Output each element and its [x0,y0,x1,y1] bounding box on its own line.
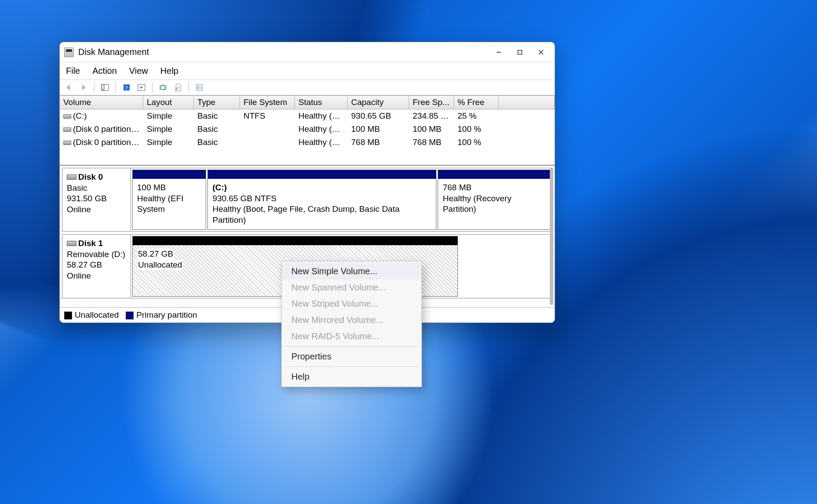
vol-layout: Simple [143,109,194,123]
ctx-new-simple-volume[interactable]: New Simple Volume... [282,263,421,279]
legend-label: Unallocated [75,310,119,319]
vol-pct: 100 % [454,123,499,136]
vol-cap: 768 MB [348,136,409,149]
disk-icon [67,174,76,180]
disk-state: Online [67,271,126,282]
disk-header[interactable]: Disk 0 Basic 931.50 GB Online [62,168,131,231]
vol-type: Basic [194,109,240,123]
svg-marker-10 [141,86,143,89]
disk-header[interactable]: Disk 1 Removable (D:) 58.27 GB Online [62,235,131,298]
close-button[interactable] [531,45,551,59]
volume-list[interactable]: Volume Layout Type File System Status Ca… [60,95,555,165]
vol-fs: NTFS [240,109,295,123]
vol-pct: 100 % [454,136,499,149]
vol-status: Healthy (B... [295,109,348,123]
col-filesystem[interactable]: File System [240,96,295,109]
ctx-new-raid5-volume: New RAID-5 Volume... [282,328,421,344]
partition-status: Healthy (EFI System [137,193,201,215]
col-type[interactable]: Type [194,96,240,109]
disk-row[interactable]: Disk 0 Basic 931.50 GB Online 100 MB Hea… [62,168,552,232]
menu-separator [285,366,418,367]
svg-point-19 [197,87,198,88]
vol-pct: 25 % [454,109,499,123]
col-freespace[interactable]: Free Sp... [409,96,454,109]
vol-name[interactable]: (Disk 0 partition 4) [60,136,143,149]
menu-file[interactable]: File [65,65,81,77]
disk-icon [63,114,71,119]
vol-free: 100 MB [409,123,454,136]
partition-size: 100 MB [137,182,201,193]
forward-icon[interactable] [77,82,90,93]
vol-layout: Simple [143,123,194,136]
properties-icon[interactable] [172,82,184,93]
back-icon[interactable] [62,82,75,93]
ctx-new-mirrored-volume: New Mirrored Volume... [282,312,421,328]
maximize-button[interactable] [510,45,530,59]
window-title: Disk Management [78,47,149,57]
show-hide-console-tree-icon[interactable] [99,82,111,93]
vol-fs [240,123,295,136]
menu-view[interactable]: View [128,65,149,77]
col-spacer [499,96,555,109]
svg-point-20 [197,88,198,89]
partition[interactable]: 768 MB Healthy (Recovery Partition) [438,170,551,230]
col-volume[interactable]: Volume [60,96,143,109]
vol-layout: Simple [143,136,194,149]
partition[interactable]: (C:) 930.65 GB NTFS Healthy (Boot, Page … [207,170,436,230]
svg-point-18 [197,86,198,87]
vol-type: Basic [194,123,240,136]
vol-type: Basic [194,136,240,149]
partition[interactable]: 100 MB Healthy (EFI System [132,170,206,230]
app-icon [64,47,74,57]
partition-title: (C:) [212,182,432,193]
ctx-help[interactable]: Help [282,369,421,385]
partition-status: Unallocated [137,260,183,271]
col-status[interactable]: Status [295,96,348,109]
vol-status: Healthy (R... [295,136,348,149]
partition-size: 58.27 GB [137,249,174,260]
settings-list-icon[interactable] [193,82,206,93]
partition-header-bar [133,236,458,245]
menu-separator [285,346,418,347]
vol-name[interactable]: (Disk 0 partition 1) [60,123,143,136]
vol-fs [240,136,295,149]
refresh-icon[interactable] [157,82,169,93]
menubar: File Action View Help [60,62,555,80]
ctx-new-spanned-volume: New Spanned Volume... [282,279,421,296]
vol-free: 768 MB [409,136,454,149]
svg-text:?: ? [125,84,128,91]
vertical-scrollbar[interactable] [550,168,553,305]
partition-size: 930.65 GB NTFS [212,193,432,204]
col-layout[interactable]: Layout [143,96,194,109]
context-menu: New Simple Volume... New Spanned Volume.… [281,261,422,387]
vol-name[interactable]: (C:) [60,109,143,123]
vol-cap: 100 MB [348,123,409,136]
partition-status: Healthy (Recovery Partition) [443,193,546,215]
disk-size: 931.50 GB [67,193,126,204]
menu-action[interactable]: Action [91,65,118,77]
toolbar: ? [60,80,555,95]
vol-status: Healthy (E... [295,123,348,136]
menu-help[interactable]: Help [160,65,179,77]
disk-size: 58.27 GB [67,260,126,271]
disk-type: Removable (D:) [67,249,126,260]
vol-free: 234.85 GB [409,109,454,123]
disk-icon [63,141,71,145]
svg-rect-6 [102,89,103,90]
partition-header-bar [208,170,436,179]
help-icon[interactable]: ? [120,82,133,93]
legend-label: Primary partition [136,310,197,319]
legend-swatch-primary [126,312,134,319]
titlebar[interactable]: Disk Management [60,42,555,62]
legend-swatch-unallocated [64,312,72,319]
col-pctfree[interactable]: % Free [454,96,499,109]
disk-icon [63,127,71,132]
action-list-icon[interactable] [135,82,148,93]
ctx-properties[interactable]: Properties [282,348,421,365]
svg-rect-1 [518,50,522,54]
col-capacity[interactable]: Capacity [348,96,409,109]
vol-cap: 930.65 GB [348,109,409,123]
disk-state: Online [67,204,126,215]
minimize-button[interactable] [489,45,509,59]
partition-header-bar [133,170,206,179]
